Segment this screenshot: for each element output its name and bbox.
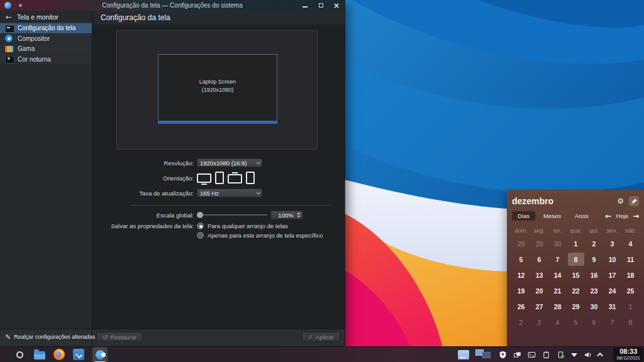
highlight-changes-button[interactable]: ✎ Realçar configurações alteradas <box>0 329 92 346</box>
calendar-day[interactable]: 23 <box>586 284 602 297</box>
monitor-preview[interactable]: Laptop Screen (1920x1080) <box>158 54 277 124</box>
calendar-day[interactable]: 17 <box>604 268 621 282</box>
close-button[interactable]: × <box>333 2 340 9</box>
sidebar-item[interactable]: Cor noturna <box>0 55 92 65</box>
refresh-rate-select[interactable]: 165 Hz <box>197 189 262 197</box>
expand-tray-caret-icon[interactable] <box>597 352 604 358</box>
restore-button[interactable]: ↺ Restaurar <box>96 332 143 342</box>
software-icon[interactable] <box>73 349 84 360</box>
calendar-day[interactable]: 11 <box>623 253 639 266</box>
system-settings-task[interactable] <box>92 347 108 362</box>
calendar-day[interactable]: 6 <box>531 253 548 266</box>
calendar-day[interactable]: 29 <box>531 237 548 250</box>
calendar-day[interactable]: 16 <box>586 268 602 282</box>
calendar-tab[interactable]: Meses <box>538 211 567 221</box>
radio-any-arrangement[interactable] <box>197 222 204 229</box>
desktop-2[interactable] <box>482 352 491 358</box>
device-update-icon[interactable] <box>557 351 565 359</box>
orientation-landscape-icon[interactable] <box>197 173 211 183</box>
calendar-day[interactable]: 26 <box>513 300 530 313</box>
volume-icon[interactable] <box>584 351 592 359</box>
sidebar-item[interactable]: Compositor <box>0 34 92 45</box>
calendar-day[interactable]: 7 <box>604 315 621 329</box>
firefox-icon[interactable] <box>53 349 65 360</box>
next-month-button[interactable]: → <box>633 212 639 221</box>
calendar-day[interactable]: 28 <box>550 300 566 313</box>
calendar-day[interactable]: 27 <box>531 300 548 313</box>
calendar-day[interactable]: 2 <box>513 315 530 329</box>
calendar-day[interactable]: 9 <box>586 253 602 266</box>
spin-down-icon[interactable] <box>297 216 301 217</box>
calendar-day[interactable]: 28 <box>513 237 530 250</box>
calendar-day[interactable]: 15 <box>568 268 584 282</box>
radio-specific-arrangement[interactable] <box>197 232 204 239</box>
virtual-desktop-pager[interactable] <box>475 349 492 359</box>
window-titlebar[interactable]: Configuração da tela — Configurações do … <box>0 0 345 11</box>
terminal-icon[interactable] <box>528 351 536 359</box>
resolution-select[interactable]: 1920x1080 (16:9) <box>197 158 262 167</box>
calendar-day[interactable]: 3 <box>531 315 548 329</box>
calendar-day[interactable]: 12 <box>513 268 530 282</box>
back-icon[interactable]: ← <box>6 13 12 21</box>
calendar-day[interactable]: 25 <box>623 284 639 297</box>
calendar-day[interactable]: 13 <box>531 268 548 282</box>
pin-button[interactable] <box>629 196 639 206</box>
calendar-day[interactable]: 5 <box>568 315 584 329</box>
maximize-button[interactable] <box>317 2 325 9</box>
windows-icon[interactable] <box>513 351 521 359</box>
clipboard-icon[interactable] <box>542 351 550 359</box>
shield-icon[interactable] <box>499 351 507 359</box>
calendar-day[interactable]: 8 <box>568 253 584 266</box>
slider-handle[interactable] <box>197 212 203 218</box>
scale-slider[interactable] <box>197 211 267 219</box>
calendar-day[interactable]: 31 <box>604 300 621 313</box>
sidebar-item[interactable]: Configuração da tela <box>0 23 92 34</box>
calendar-day[interactable]: 8 <box>623 315 639 329</box>
calendar-day[interactable]: 4 <box>550 315 566 329</box>
calendar-month-title: dezembro <box>512 196 553 206</box>
today-button[interactable]: Hoje <box>616 212 628 219</box>
calendar-day[interactable]: 19 <box>513 284 530 297</box>
orientation-label: Orientação: <box>93 175 194 182</box>
calendar-day[interactable]: 24 <box>604 284 621 297</box>
calendar-day[interactable]: 4 <box>623 237 639 250</box>
calendar-day[interactable]: 30 <box>550 237 566 250</box>
sidebar-item[interactable]: Gama <box>0 44 92 55</box>
calendar-day[interactable]: 29 <box>568 300 584 313</box>
calendar-day[interactable]: 21 <box>550 284 566 297</box>
calendar-day[interactable]: 5 <box>513 253 530 266</box>
orientation-landscape-flipped-icon[interactable] <box>228 174 242 184</box>
titlebar-menu-dot[interactable] <box>19 4 22 7</box>
calendar-day[interactable]: 22 <box>568 284 584 297</box>
gear-icon[interactable]: ⚙ <box>617 197 624 205</box>
window-title: Configuração da tela — Configurações do … <box>38 2 307 9</box>
slider-groove[interactable] <box>197 214 267 216</box>
previous-month-button[interactable]: ← <box>605 212 611 221</box>
apply-button[interactable]: ✓ Aplicar <box>302 332 340 342</box>
calendar-day[interactable]: 7 <box>550 253 566 266</box>
calendar-day[interactable]: 14 <box>550 268 566 282</box>
window-thumbnail-icon[interactable] <box>458 350 469 359</box>
scale-spinbox[interactable]: 100% <box>270 211 303 219</box>
digital-clock[interactable]: 08:33 08/12/2021 <box>613 348 643 362</box>
calendar-day[interactable]: 1 <box>623 300 639 313</box>
spin-up-icon[interactable] <box>297 212 301 214</box>
calendar-day[interactable]: 20 <box>531 284 548 297</box>
calendar-day[interactable]: 2 <box>586 237 602 250</box>
calendar-day[interactable]: 6 <box>586 315 602 329</box>
calendar-day[interactable]: 3 <box>604 237 621 250</box>
calendar-day[interactable]: 18 <box>623 268 639 282</box>
spinbox-arrows[interactable] <box>297 212 301 217</box>
file-manager-icon[interactable] <box>34 351 45 359</box>
app-launcher-icon[interactable] <box>14 349 26 361</box>
calendar-day[interactable]: 1 <box>568 237 584 250</box>
weekday-label: sex. <box>607 227 618 234</box>
calendar-day[interactable]: 30 <box>586 300 602 313</box>
monitor-taskbar-stripe <box>158 121 277 124</box>
calendar-day[interactable]: 10 <box>604 253 621 266</box>
orientation-portrait-flipped-icon[interactable] <box>246 172 255 184</box>
calendar-tab[interactable]: Anos <box>569 211 594 221</box>
orientation-portrait-icon[interactable] <box>215 172 224 184</box>
calendar-tab[interactable]: Dias <box>512 211 535 221</box>
network-icon[interactable] <box>571 353 577 357</box>
